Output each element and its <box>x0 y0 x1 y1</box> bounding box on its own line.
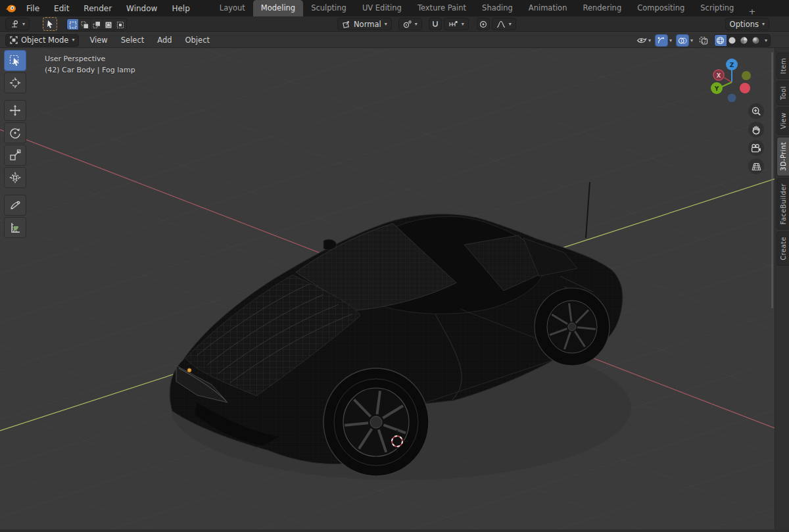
xray-icon <box>699 36 708 45</box>
falloff-curve-icon <box>496 20 506 28</box>
shading-material-button[interactable] <box>738 34 750 47</box>
active-tool-button[interactable] <box>43 17 57 31</box>
material-sphere-icon <box>740 36 748 45</box>
gizmos-toggle-button[interactable] <box>655 34 668 47</box>
sidebar-tab-create[interactable]: Create <box>777 231 789 266</box>
3d-viewport[interactable]: User Perspective (42) Car Body | Fog lam… <box>0 48 775 532</box>
object-origin-dot <box>187 368 191 372</box>
tab-shading[interactable]: Shading <box>474 0 521 16</box>
add-workspace-button[interactable]: + <box>742 7 762 16</box>
sidebar-tab-view[interactable]: View <box>777 107 789 134</box>
editor-type-selector[interactable]: ▾ <box>5 18 30 30</box>
select-mode-invert[interactable] <box>103 19 114 30</box>
tab-modeling[interactable]: Modeling <box>253 0 303 16</box>
scale-icon <box>9 149 21 161</box>
chevron-down-icon: ▾ <box>22 22 25 27</box>
left-toolbar <box>4 50 29 239</box>
sidebar-tab-facebuilder[interactable]: FaceBuilder <box>777 178 789 230</box>
menu-render[interactable]: Render <box>76 0 119 16</box>
transform-icon <box>9 172 21 183</box>
falloff-dropdown[interactable]: ▾ <box>492 18 516 30</box>
pivot-point-dropdown[interactable]: ▾ <box>398 18 422 30</box>
viewport-overlay-text: User Perspective (42) Car Body | Fog lam… <box>45 53 135 76</box>
magnifier-plus-icon <box>752 107 761 116</box>
x-axis-line <box>0 130 775 428</box>
snap-toggle-button[interactable] <box>429 18 442 30</box>
viewport-scrollbar[interactable] <box>771 52 773 308</box>
tool-rotate[interactable] <box>4 122 26 143</box>
select-box-icon <box>9 55 21 66</box>
transform-orientation-dropdown[interactable]: Normal ▾ <box>337 18 392 30</box>
snap-target-dropdown[interactable]: ▾ <box>444 18 469 30</box>
camera-view-button[interactable] <box>748 140 764 156</box>
rear-wheel <box>535 288 610 366</box>
menu-object[interactable]: Object <box>179 36 216 45</box>
xray-toggle-button[interactable] <box>697 34 710 47</box>
select-mode-intersect[interactable] <box>114 19 126 30</box>
tab-texture-paint[interactable]: Texture Paint <box>410 0 474 16</box>
annotate-pen-icon <box>9 199 21 211</box>
svg-text:Y: Y <box>714 85 719 92</box>
pan-view-button[interactable] <box>748 122 764 137</box>
tool-select-box[interactable] <box>4 50 26 71</box>
sidebar-tab-item[interactable]: Item <box>777 53 789 79</box>
chevron-down-icon: ▾ <box>762 22 765 27</box>
wireframe-sphere-icon <box>716 36 725 45</box>
tab-compositing[interactable]: Compositing <box>629 0 692 16</box>
sidebar-tab-3d-print[interactable]: 3D-Print <box>777 137 789 176</box>
menu-add[interactable]: Add <box>151 36 178 45</box>
chevron-down-icon: ▾ <box>509 22 512 27</box>
tool-scale[interactable] <box>4 145 26 166</box>
tool-annotate[interactable] <box>4 195 26 216</box>
shading-wireframe-button[interactable] <box>715 34 727 47</box>
tool-measure[interactable] <box>4 217 26 238</box>
toggle-orthographic-button[interactable] <box>748 158 764 174</box>
snap-increment-icon <box>448 20 458 28</box>
menu-window[interactable]: Window <box>119 0 164 16</box>
select-mode-set[interactable] <box>67 19 79 30</box>
y-axis-line <box>0 179 775 431</box>
tab-uv-editing[interactable]: UV Editing <box>354 0 410 16</box>
orientation-normal-icon <box>342 20 350 28</box>
front-wheel <box>323 368 429 476</box>
overlays-icon <box>678 37 687 45</box>
sidebar-tab-strip: Item Tool View 3D-Print FaceBuilder Crea… <box>775 48 789 532</box>
gizmo-arc-icon <box>657 36 665 45</box>
tab-rendering[interactable]: Rendering <box>575 0 629 16</box>
proportional-editing-button[interactable] <box>477 18 490 30</box>
tab-animation[interactable]: Animation <box>521 0 575 16</box>
tool-move[interactable] <box>4 100 26 121</box>
menu-help[interactable]: Help <box>164 0 197 16</box>
car-shadow <box>171 335 631 480</box>
zoom-view-button[interactable] <box>748 103 764 119</box>
overlays-toggle-button[interactable] <box>676 34 689 47</box>
shading-rendered-button[interactable] <box>750 34 762 47</box>
svg-text:X: X <box>717 72 721 79</box>
show-object-types-button[interactable] <box>636 36 647 45</box>
tab-layout[interactable]: Layout <box>212 0 253 16</box>
menu-edit[interactable]: Edit <box>47 0 76 16</box>
tab-scripting[interactable]: Scripting <box>692 0 742 16</box>
navigation-gizmo[interactable]: Z X Y <box>706 52 756 102</box>
options-dropdown[interactable]: Options ▾ <box>725 18 769 30</box>
pivot-point-icon <box>403 20 412 28</box>
gizmo-neg-y-axis[interactable] <box>742 71 751 80</box>
tool-transform[interactable] <box>4 167 26 188</box>
tab-sculpting[interactable]: Sculpting <box>303 0 354 16</box>
mode-dropdown[interactable]: Object Mode ▾ <box>5 34 79 47</box>
menu-view[interactable]: View <box>83 36 114 45</box>
gizmo-neg-z-axis[interactable] <box>728 94 736 103</box>
perspective-grid-icon <box>752 162 761 171</box>
tool-cursor[interactable] <box>4 72 26 93</box>
select-mode-extend[interactable] <box>79 19 91 30</box>
shading-solid-button[interactable] <box>727 34 738 47</box>
magnet-icon <box>431 20 439 28</box>
chevron-down-icon: ▾ <box>415 22 418 27</box>
orientation-label: Normal <box>354 20 381 29</box>
gizmo-neg-x-axis[interactable] <box>740 83 750 93</box>
select-mode-subtract[interactable] <box>91 19 103 30</box>
blender-logo-icon[interactable] <box>5 3 16 13</box>
sidebar-tab-tool[interactable]: Tool <box>777 81 789 105</box>
menu-select[interactable]: Select <box>114 36 151 45</box>
menu-file[interactable]: File <box>19 0 47 16</box>
